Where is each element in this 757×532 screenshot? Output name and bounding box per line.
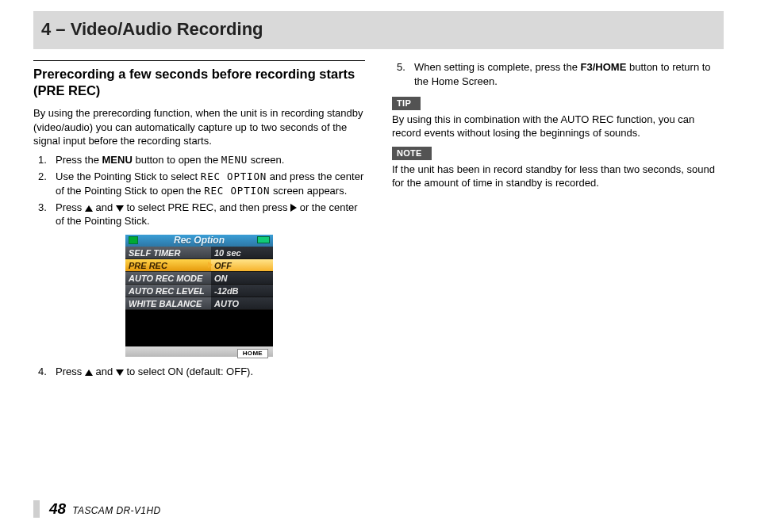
f3-home-label: F3/HOME [581, 61, 627, 73]
device-row: AUTO REC LEVEL -12dB [125, 285, 273, 297]
device-row-value: AUTO [211, 297, 273, 310]
up-arrow-icon [85, 369, 93, 376]
steps-list: Press the MENU button to open the MENU s… [33, 153, 365, 228]
device-row: SELF TIMER 10 sec [125, 247, 273, 259]
chapter-title: 4 – Video/Audio Recording [41, 19, 716, 40]
device-row-label: WHITE BALANCE [125, 297, 211, 310]
lcd-menu: MENU [221, 154, 248, 166]
step-text: to select PRE REC, and then press [124, 201, 290, 213]
device-statusbar: HOME [125, 346, 273, 357]
sd-card-icon [129, 236, 138, 244]
down-arrow-icon [116, 369, 124, 376]
step-4: Press and to select ON (default: OFF). [33, 365, 365, 379]
section-heading: Prerecording a few seconds before record… [33, 66, 365, 98]
step-text: and [93, 201, 116, 213]
steps-list-continued: Press and to select ON (default: OFF). [33, 365, 365, 379]
chapter-header: 4 – Video/Audio Recording [33, 11, 724, 49]
right-arrow-icon [290, 204, 297, 212]
device-row-label: AUTO REC LEVEL [125, 285, 211, 297]
page-footer: 48 TASCAM DR-V1HD [33, 500, 161, 518]
device-home-button: HOME [237, 349, 268, 358]
step-5: When setting is complete, press the F3/H… [392, 60, 724, 88]
device-row-label: PRE REC [125, 259, 211, 272]
step-text: and [93, 366, 116, 377]
two-column-layout: Prerecording a few seconds before record… [33, 60, 724, 381]
page-number: 48 [49, 500, 66, 518]
intro-paragraph: By using the prerecording function, when… [33, 106, 365, 148]
device-row-label: SELF TIMER [125, 247, 211, 259]
up-arrow-icon [85, 205, 93, 212]
section-rule [33, 60, 365, 61]
step-text: to select ON (default: OFF). [124, 366, 253, 377]
tip-badge: TIP [392, 97, 421, 110]
lcd-rec-option: REC OPTION [201, 170, 267, 182]
device-row: WHITE BALANCE AUTO [125, 297, 273, 310]
device-row: AUTO REC MODE ON [125, 272, 273, 285]
device-fill [125, 310, 273, 346]
footer-bar-icon [33, 500, 40, 518]
step-2: Use the Pointing Stick to select REC OPT… [33, 170, 365, 198]
device-row-value: OFF [211, 259, 273, 272]
column-right: When setting is complete, press the F3/H… [392, 60, 724, 381]
note-badge: NOTE [392, 147, 432, 160]
step-1: Press the MENU button to open the MENU s… [33, 153, 365, 167]
step-text: Press [56, 201, 85, 213]
battery-icon [257, 236, 270, 243]
lcd-rec-option: REC OPTION [204, 185, 270, 197]
device-titlebar: Rec Option [125, 235, 273, 247]
step-3: Press and to select PRE REC, and then pr… [33, 201, 365, 228]
step-text: Use the Pointing Stick to select [56, 170, 201, 182]
step-text: button to open the [133, 154, 221, 166]
step-text: When setting is complete, press the [414, 61, 581, 73]
device-row-value: ON [211, 272, 273, 285]
device-row-selected: PRE REC OFF [125, 259, 273, 272]
tip-body: By using this in combination with the AU… [392, 113, 724, 140]
step-text: Press [56, 366, 85, 377]
device-row-value: -12dB [211, 285, 273, 297]
step-text: Press the [56, 154, 102, 166]
note-body: If the unit has been in record standby f… [392, 163, 724, 190]
step-text: screen. [248, 154, 284, 166]
device-screenshot: Rec Option SELF TIMER 10 sec PRE REC OFF… [125, 235, 273, 357]
down-arrow-icon [116, 205, 124, 212]
step-text: screen appears. [270, 185, 347, 197]
device-row-value: 10 sec [211, 247, 273, 259]
device-title: Rec Option [174, 234, 225, 247]
column-left: Prerecording a few seconds before record… [33, 60, 365, 381]
steps-list-continued-2: When setting is complete, press the F3/H… [392, 60, 724, 88]
product-name: TASCAM DR-V1HD [72, 505, 160, 516]
menu-button-label: MENU [102, 154, 133, 166]
page-content: 4 – Video/Audio Recording Prerecording a… [0, 0, 757, 381]
device-row-label: AUTO REC MODE [125, 272, 211, 285]
